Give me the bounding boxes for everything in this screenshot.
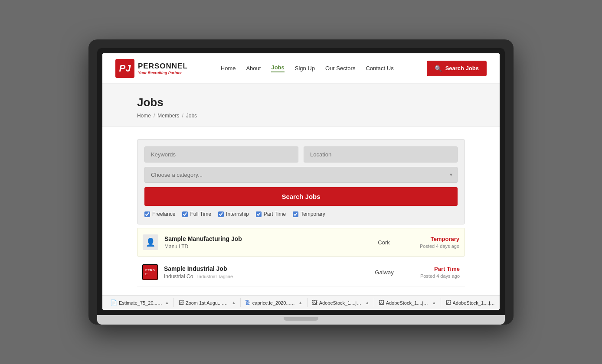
download-item-jpeg3[interactable]: 🖼 AdobeStock_1....jpeg ▲ [443,298,500,307]
category-select[interactable]: Choose a category... [144,167,458,183]
job-location-2: Galway [367,269,402,276]
screen-bezel: PJ PERSONNEL Your Recruiting Partner Hom… [97,48,505,315]
job-location-1: Cork [366,239,401,246]
nav-about[interactable]: About [246,65,261,72]
nav-home[interactable]: Home [221,65,236,72]
filter-temporary[interactable]: Temporary [293,211,325,217]
nav-contact[interactable]: Contact Us [366,65,393,72]
chevron-up-icon-pdf: ▲ [165,300,169,305]
png-icon: 🖼 [178,299,184,306]
job-title-2: Sample Industrial Job [164,265,361,272]
chevron-up-icon-png: ▲ [232,300,236,305]
download-item-jpeg2[interactable]: 🖼 AdobeStock_1....jpeg ▲ [376,298,441,307]
nav-jobs[interactable]: Jobs [271,64,284,72]
job-listings: 👤 Sample Manufacturing Job Manu LTD Cork… [137,228,465,286]
chevron-up-icon-zip: ▲ [298,300,303,305]
download-name-jpeg3: AdobeStock_1....jpeg [453,300,496,306]
fulltime-label: Full Time [190,211,211,217]
download-item-pdf[interactable]: 📄 Estimate_75_20....pdf ▲ [108,298,174,307]
job-info-1: Sample Manufacturing Job Manu LTD [164,235,360,250]
job-row[interactable]: PERSE Sample Industrial Job Industrial C… [137,258,465,286]
job-info-2: Sample Industrial Job Industrial Co Indu… [164,265,361,280]
job-meta-2: Part Time Posted 4 days ago [408,266,460,279]
job-posted-1: Posted 4 days ago [407,244,459,249]
header-search-button[interactable]: 🔍 Search Jobs [427,61,487,76]
filter-parttime[interactable]: Part Time [256,211,286,217]
job-type-2: Part Time [408,266,460,272]
zip-icon: 🗜 [245,299,251,306]
screen: PJ PERSONNEL Your Recruiting Partner Hom… [102,53,500,310]
internship-checkbox[interactable] [218,211,224,217]
filter-internship[interactable]: Internship [218,211,249,217]
keywords-input[interactable] [144,146,298,162]
page-title: Jobs [137,96,465,109]
search-row-1 [144,146,458,162]
job-logo-2: PERSE [142,264,158,280]
chevron-up-icon-jpeg2: ▲ [432,300,436,305]
logo-area[interactable]: PJ PERSONNEL Your Recruiting Partner [115,59,188,78]
filter-fulltime[interactable]: Full Time [182,211,211,217]
download-item-png[interactable]: 🖼 Zoom 1st Augu....png ▲ [176,298,241,307]
site-nav: Home About Jobs Sign Up Our Sectors Cont… [221,64,394,72]
search-submit-button[interactable]: Search Jobs [144,187,458,206]
pdf-icon: 📄 [110,299,117,306]
download-bar: 📄 Estimate_75_20....pdf ▲ 🖼 Zoom 1st Aug… [102,295,500,310]
breadcrumb-members[interactable]: Members [157,113,179,119]
jpeg1-icon: 🖼 [312,299,317,306]
job-posted-2: Posted 4 days ago [408,273,460,279]
breadcrumb: Home / Members / Jobs [137,113,465,119]
filter-freelance[interactable]: Freelance [144,211,175,217]
job-meta-1: Temporary Posted 4 days ago [407,236,459,249]
internship-label: Internship [226,211,249,217]
laptop-notch [284,317,318,321]
breadcrumb-sep1: / [154,113,155,119]
logo-company-name: PERSONNEL [138,62,188,71]
logo-text: PERSONNEL Your Recruiting Partner [138,62,188,75]
download-name-zip: caprice.ie_2020....zip [252,300,296,306]
download-name-pdf: Estimate_75_20....pdf [119,300,162,306]
nav-signup[interactable]: Sign Up [295,65,315,72]
temporary-checkbox[interactable] [293,211,298,217]
laptop-base [97,315,505,325]
search-icon: 🔍 [435,65,442,72]
download-name-jpeg1: AdobeStock_1....jpeg [319,300,363,306]
main-content: Choose a category... ▾ Search Jobs Freel… [102,127,500,295]
location-input[interactable] [304,146,458,162]
logo-tagline: Your Recruiting Partner [138,71,188,75]
job-row[interactable]: 👤 Sample Manufacturing Job Manu LTD Cork… [137,228,465,257]
job-type-1: Temporary [407,236,459,242]
job-company-2: Industrial Co Industrial Tagline [164,273,361,280]
freelance-checkbox[interactable] [144,211,150,217]
download-item-jpeg1[interactable]: 🖼 AdobeStock_1....jpeg ▲ [309,298,374,307]
breadcrumb-current: Jobs [186,113,197,119]
job-logo-placeholder-1: 👤 [143,234,158,250]
nav-sectors[interactable]: Our Sectors [325,65,355,72]
chevron-up-icon-jpeg1: ▲ [365,300,370,305]
category-select-wrapper: Choose a category... ▾ [144,167,458,183]
site-header: PJ PERSONNEL Your Recruiting Partner Hom… [102,53,500,84]
job-company-1: Manu LTD [164,244,360,250]
person-icon: 👤 [146,237,155,247]
filters-row: Freelance Full Time Internship Part [144,211,458,217]
jpeg2-icon: 🖼 [379,299,384,306]
freelance-label: Freelance [152,211,175,217]
pj-logo-icon: PERSE [145,268,155,276]
temporary-label: Temporary [301,211,325,217]
parttime-checkbox[interactable] [256,211,262,217]
logo-initials: PJ [119,63,131,74]
search-button-label: Search Jobs [445,65,479,72]
parttime-label: Part Time [264,211,286,217]
download-name-jpeg2: AdobeStock_1....jpeg [386,300,429,306]
download-item-zip[interactable]: 🗜 caprice.ie_2020....zip ▲ [242,298,308,307]
breadcrumb-home[interactable]: Home [137,113,151,119]
breadcrumb-sep2: / [182,113,183,119]
page-hero: Jobs Home / Members / Jobs [102,84,500,127]
logo-box: PJ [115,59,134,78]
fulltime-checkbox[interactable] [182,211,188,217]
job-tagline-2: Industrial Tagline [197,274,233,279]
download-name-png: Zoom 1st Augu....png [186,300,229,306]
search-panel: Choose a category... ▾ Search Jobs Freel… [137,139,465,224]
job-title-1: Sample Manufacturing Job [164,235,360,242]
jpeg3-icon: 🖼 [445,299,451,306]
chevron-up-icon-jpeg3: ▲ [499,300,500,305]
